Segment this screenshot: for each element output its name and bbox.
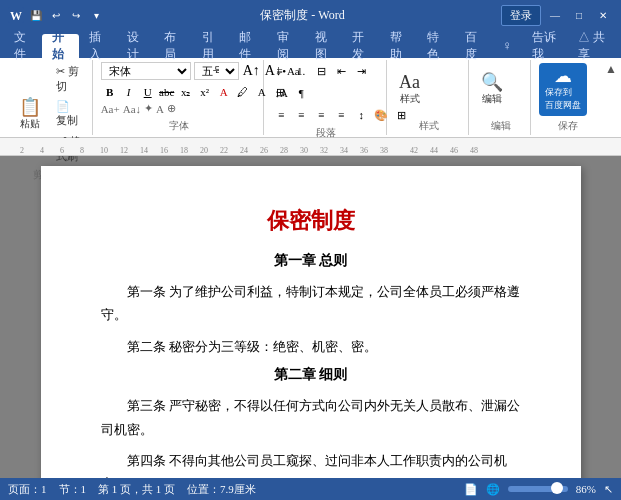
italic-button[interactable]: I bbox=[120, 83, 138, 101]
paragraph-3: 第三条 严守秘密，不得以任何方式向公司内外无关人员散布、泄漏公司机密。 bbox=[101, 394, 521, 441]
styles-gallery-button[interactable]: Aa 样式 bbox=[395, 71, 424, 108]
minimize-button[interactable]: — bbox=[545, 8, 565, 22]
tab-review[interactable]: 审阅 bbox=[267, 34, 305, 58]
styles-label: 样式 bbox=[395, 119, 462, 133]
tab-layout[interactable]: 布局 bbox=[154, 34, 192, 58]
status-section: 节：1 bbox=[59, 482, 87, 497]
paste-button[interactable]: 📋 粘贴 bbox=[10, 96, 50, 133]
ribbon-group-edit: 🔍 编辑 编辑 bbox=[471, 60, 531, 135]
maximize-button[interactable]: □ bbox=[569, 8, 589, 22]
redo-icon[interactable]: ↪ bbox=[68, 7, 84, 23]
svg-text:W: W bbox=[10, 9, 22, 23]
grow-font-button[interactable]: A↑ bbox=[242, 62, 261, 80]
tab-mailings[interactable]: 邮件 bbox=[229, 34, 267, 58]
styles-icon: Aa bbox=[399, 73, 420, 91]
increase-indent-button[interactable]: ⇥ bbox=[352, 62, 370, 80]
tab-share[interactable]: △ 共享 bbox=[568, 34, 617, 58]
title-right: 登录 — □ ✕ bbox=[501, 5, 613, 26]
save-label: 保存 bbox=[539, 119, 597, 133]
align-right-button[interactable]: ≡ bbox=[312, 106, 330, 124]
web-view-icon[interactable]: 🌐 bbox=[486, 483, 500, 496]
status-page-of: 第 1 页，共 1 页 bbox=[98, 482, 175, 497]
highlight-button[interactable]: 🖊 bbox=[234, 83, 252, 101]
status-page: 页面：1 bbox=[8, 482, 47, 497]
tab-female[interactable]: ♀ bbox=[492, 34, 522, 58]
ribbon-group-clipboard: 📋 粘贴 ✂ 剪切 📄 复制 🖌 格式刷 剪贴板 bbox=[4, 60, 93, 135]
window-title: 保密制度 - Word bbox=[104, 7, 501, 24]
chapter2-heading: 第二章 细则 bbox=[101, 366, 521, 384]
tab-baidu[interactable]: 百度 bbox=[455, 34, 493, 58]
font-family-select[interactable]: 宋体 bbox=[101, 62, 191, 80]
tab-home[interactable]: 开始 bbox=[42, 34, 80, 58]
show-marks-button[interactable]: ¶ bbox=[292, 84, 310, 102]
undo-icon[interactable]: ↩ bbox=[48, 7, 64, 23]
tab-design[interactable]: 设计 bbox=[117, 34, 155, 58]
ribbon-group-font: 宋体 五号 A↑ A↓ Aa B I U abc x₂ x² A 🖊 A ⊞ bbox=[95, 60, 265, 135]
font-color-button[interactable]: A bbox=[215, 83, 233, 101]
ribbon-tabs: 文件 开始 插入 设计 布局 引用 邮件 审阅 视图 开发 帮助 特色 百度 ♀… bbox=[0, 30, 621, 58]
shading-button[interactable]: 🎨 bbox=[372, 106, 390, 124]
tab-references[interactable]: 引用 bbox=[192, 34, 230, 58]
tab-developer[interactable]: 开发 bbox=[342, 34, 380, 58]
zoom-slider[interactable] bbox=[508, 486, 568, 492]
word-logo-icon: W bbox=[8, 7, 24, 23]
ribbon-group-save: ☁ 保存到 百度网盘 保存 bbox=[533, 60, 603, 135]
tab-help[interactable]: 帮助 bbox=[380, 34, 418, 58]
chapter1-heading: 第一章 总则 bbox=[101, 252, 521, 270]
edit-icon: 🔍 bbox=[481, 73, 503, 91]
customize-icon[interactable]: ▾ bbox=[88, 7, 104, 23]
ribbon-group-styles: Aa 样式 样式 bbox=[389, 60, 469, 135]
ribbon-collapse[interactable]: ▲ bbox=[605, 60, 617, 135]
styles-content: Aa 样式 bbox=[395, 62, 462, 117]
sort-button[interactable]: ↕A bbox=[272, 84, 290, 102]
font-size-select[interactable]: 五号 bbox=[194, 62, 239, 80]
tab-view[interactable]: 视图 bbox=[305, 34, 343, 58]
font-row-2: B I U abc x₂ x² A 🖊 A ⊞ bbox=[101, 83, 290, 101]
bullets-button[interactable]: ≡• bbox=[272, 62, 290, 80]
zoom-thumb bbox=[551, 482, 563, 494]
multilevel-button[interactable]: ⊟ bbox=[312, 62, 330, 80]
tab-special[interactable]: 特色 bbox=[417, 34, 455, 58]
align-center-button[interactable]: ≡ bbox=[292, 106, 310, 124]
layout-icon[interactable]: 📄 bbox=[464, 483, 478, 496]
zoom-level: 86% bbox=[576, 483, 596, 495]
font-label: 字体 bbox=[101, 119, 258, 133]
save-icon[interactable]: 💾 bbox=[28, 7, 44, 23]
document-area[interactable]: 保密制度 第一章 总则 第一条 为了维护公司利益，特制订本规定，公司全体员工必须… bbox=[0, 156, 621, 478]
paragraph-2: 第二条 秘密分为三等级：绝密、机密、密。 bbox=[101, 335, 521, 358]
close-button[interactable]: ✕ bbox=[593, 8, 613, 22]
strikethrough-button[interactable]: abc bbox=[158, 83, 176, 101]
justify-button[interactable]: ≡ bbox=[332, 106, 350, 124]
cut-button[interactable]: ✂ 剪切 bbox=[52, 62, 86, 96]
subscript-button[interactable]: x₂ bbox=[177, 83, 195, 101]
title-left: W 💾 ↩ ↪ ▾ bbox=[8, 7, 104, 23]
bold-button[interactable]: B bbox=[101, 83, 119, 101]
paragraph-4: 第四条 不得向其他公司员工窥探、过问非本人工作职责内的公司机密。 bbox=[101, 449, 521, 478]
baidu-save-icon: ☁ bbox=[554, 67, 572, 85]
align-left-button[interactable]: ≡ bbox=[272, 106, 290, 124]
font-content: 宋体 五号 A↑ A↓ Aa B I U abc x₂ x² A 🖊 A ⊞ bbox=[101, 62, 258, 117]
underline-button[interactable]: U bbox=[139, 83, 157, 101]
para-row-1: ≡• 1. ⊟ ⇤ ⇥ bbox=[272, 62, 370, 80]
decrease-indent-button[interactable]: ⇤ bbox=[332, 62, 350, 80]
ribbon: 📋 粘贴 ✂ 剪切 📄 复制 🖌 格式刷 剪贴板 宋体 五号 A↑ A↓ bbox=[0, 58, 621, 138]
tab-tell-me[interactable]: 告诉我 bbox=[522, 34, 568, 58]
status-bar: 页面：1 节：1 第 1 页，共 1 页 位置：7.9厘米 📄 🌐 86% ↖ bbox=[0, 478, 621, 500]
paragraph-content: ≡• 1. ⊟ ⇤ ⇥ ↕A ¶ ≡ ≡ ≡ ≡ ↕ 🎨 ⊞ bbox=[272, 62, 380, 124]
superscript-button[interactable]: x² bbox=[196, 83, 214, 101]
save-content: ☁ 保存到 百度网盘 bbox=[539, 62, 597, 117]
numbering-button[interactable]: 1. bbox=[292, 62, 310, 80]
edit-label: 编辑 bbox=[477, 119, 524, 133]
line-spacing-button[interactable]: ↕ bbox=[352, 106, 370, 124]
login-button[interactable]: 登录 bbox=[501, 5, 541, 26]
status-right: 📄 🌐 86% ↖ bbox=[464, 483, 613, 496]
copy-button[interactable]: 📄 复制 bbox=[52, 98, 86, 130]
cursor-icon: ↖ bbox=[604, 483, 613, 496]
status-left: 页面：1 节：1 第 1 页，共 1 页 位置：7.9厘米 bbox=[8, 482, 256, 497]
tab-file[interactable]: 文件 bbox=[4, 34, 42, 58]
save-baidu-button[interactable]: ☁ 保存到 百度网盘 bbox=[539, 63, 587, 116]
paragraph-1: 第一条 为了维护公司利益，特制订本规定，公司全体员工必须严格遵守。 bbox=[101, 280, 521, 327]
edit-button[interactable]: 🔍 编辑 bbox=[477, 71, 507, 108]
font-row-3: Aa+ Aa↓ ✦ A ⊕ bbox=[101, 102, 176, 115]
tab-insert[interactable]: 插入 bbox=[79, 34, 117, 58]
